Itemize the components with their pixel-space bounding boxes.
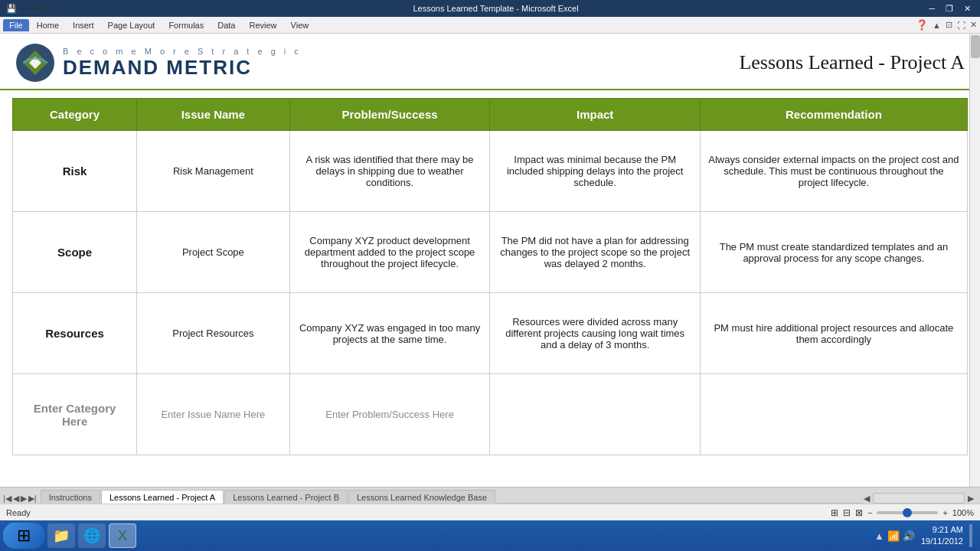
table-row: Risk Risk Management A risk was identifi… [13,131,968,212]
tab-scroll-left[interactable]: ◀ [864,494,870,504]
menu-formulas[interactable]: Formulas [162,19,210,31]
save-icon[interactable]: 💾 [6,4,17,14]
table-row: Enter Category Here Enter Issue Name Her… [13,374,968,455]
tab-first-icon[interactable]: |◀ [3,494,11,504]
zoom-out-icon[interactable]: − [867,508,872,517]
menu-view[interactable]: View [285,19,315,31]
row3-issue[interactable]: Project Resources [137,293,290,374]
ready-status: Ready [6,508,31,517]
col-header-problem: Problem/Success [289,99,490,131]
maximize-button[interactable]: ❐ [942,4,956,14]
table-area: Category Issue Name Problem/Success Impa… [0,90,980,487]
tray-network-icon[interactable]: 📶 [887,530,900,542]
dropdown-icon[interactable]: ▼ [51,4,60,13]
taskbar-ie[interactable]: 🌐 [78,523,106,548]
menu-page-layout[interactable]: Page Layout [102,19,162,31]
row3-category[interactable]: Resources [13,293,137,374]
page-title: Lessons Learned - Project A [739,51,965,74]
taskbar-explorer[interactable]: 📁 [47,523,75,548]
window-title: Lessons Learned Template - Microsoft Exc… [413,4,578,13]
col-header-recommendation: Recommendation [700,99,967,131]
row2-problem[interactable]: Company XYZ product development departme… [289,212,490,293]
col-header-issue: Issue Name [137,99,290,131]
system-tray: ▲ 📶 🔊 [874,530,915,542]
col-header-impact: Impact [490,99,700,131]
zoom-in-icon[interactable]: + [942,508,947,517]
view-layout-icon[interactable]: ⊟ [843,507,851,518]
status-right: ⊞ ⊟ ⊠ − + 100% [831,507,974,518]
view-page-break-icon[interactable]: ⊠ [855,507,863,518]
row2-impact[interactable]: The PM did not have a plan for addressin… [490,212,700,293]
help-icon[interactable]: ❓ [916,19,928,31]
row1-category[interactable]: Risk [13,131,137,212]
tab-knowledge-base[interactable]: Lessons Learned Knowledge Base [348,490,495,504]
menu-review[interactable]: Review [243,19,283,31]
quick-access-toolbar: 💾 ↩ ↪ 🖨 ▼ [6,4,60,14]
start-button[interactable]: ⊞ [3,523,44,549]
print-icon[interactable]: 🖨 [40,4,48,13]
close-ribbon-icon[interactable]: ✕ [970,20,977,30]
clock-time: 9:21 AM [921,524,963,536]
menu-insert[interactable]: Insert [67,19,100,31]
row1-issue[interactable]: Risk Management [137,131,290,212]
tab-next-icon[interactable]: ▶ [21,494,27,504]
tab-scroll-right[interactable]: ▶ [968,494,974,504]
zoom-level[interactable]: 100% [952,508,974,517]
row4-issue[interactable]: Enter Issue Name Here [137,374,290,455]
taskbar: ⊞ 📁 🌐 X ▲ 📶 🔊 9:21 AM 19/11/2012 [0,520,980,551]
status-left: Ready [6,508,31,517]
row3-problem[interactable]: Company XYZ was engaged in too many proj… [289,293,490,374]
row3-impact[interactable]: Resources were divided across many diffe… [490,293,700,374]
tray-volume-icon[interactable]: 🔊 [903,530,915,542]
ribbon-options-icon[interactable]: ⊡ [946,20,952,30]
horizontal-scrollbar[interactable] [873,493,965,504]
minimize-ribbon-icon[interactable]: ▲ [933,21,941,30]
tab-prev-icon[interactable]: ◀ [13,494,19,504]
menu-data[interactable]: Data [211,19,241,31]
taskbar-excel[interactable]: X [109,523,136,548]
window-controls: ─ ❐ ✕ [926,4,974,14]
status-bar: Ready ⊞ ⊟ ⊠ − + 100% [0,504,980,520]
row4-category[interactable]: Enter Category Here [13,374,137,455]
lessons-table: Category Issue Name Problem/Success Impa… [12,98,968,455]
tray-up-icon[interactable]: ▲ [874,530,884,542]
row4-problem[interactable]: Enter Problem/Success Here [289,374,490,455]
row3-recommendation[interactable]: PM must hire additional project resource… [700,293,967,374]
minimize-button[interactable]: ─ [926,4,938,14]
tab-last-icon[interactable]: ▶| [28,494,37,504]
view-normal-icon[interactable]: ⊞ [831,507,838,518]
company-name: Demand Metric [63,56,302,80]
tab-lessons-b[interactable]: Lessons Learned - Project B [224,490,348,504]
scroll-thumb[interactable] [971,35,980,58]
menu-file[interactable]: File [3,19,29,31]
logo-area: B e c o m e M o r e S t r a t e g i c De… [15,43,302,83]
row2-issue[interactable]: Project Scope [137,212,290,293]
menu-home[interactable]: Home [31,19,65,31]
close-button[interactable]: ✕ [961,4,974,14]
sheet-tabs: |◀ ◀ ▶ ▶| Instructions Lessons Learned -… [0,487,980,504]
row4-recommendation[interactable] [700,374,967,455]
table-header-row: Category Issue Name Problem/Success Impa… [13,99,968,131]
row4-impact[interactable] [490,374,700,455]
tab-lessons-a[interactable]: Lessons Learned - Project A [101,490,224,504]
zoom-slider[interactable] [877,511,938,514]
row1-problem[interactable]: A risk was identified that there may be … [289,131,490,212]
clock-date: 19/11/2012 [921,536,963,547]
row2-category[interactable]: Scope [13,212,137,293]
row1-recommendation[interactable]: Always consider external impacts on the … [700,131,967,212]
row2-recommendation[interactable]: The PM must create standardized template… [700,212,967,293]
vertical-scrollbar[interactable] [969,34,980,487]
redo-icon[interactable]: ↪ [30,4,37,14]
table-row: Scope Project Scope Company XYZ product … [13,212,968,293]
taskbar-right: ▲ 📶 🔊 9:21 AM 19/11/2012 [874,524,977,548]
tab-instructions[interactable]: Instructions [41,490,100,504]
undo-icon[interactable]: ↩ [20,4,27,14]
show-desktop-icon[interactable] [969,524,972,547]
taskbar-clock[interactable]: 9:21 AM 19/11/2012 [921,524,963,548]
company-tagline: B e c o m e M o r e S t r a t e g i c [63,47,302,56]
title-bar: 💾 ↩ ↪ 🖨 ▼ Lessons Learned Template - Mic… [0,0,980,17]
tab-navigation: |◀ ◀ ▶ ▶| [3,494,37,504]
row1-impact[interactable]: Impact was minimal because the PM includ… [490,131,700,212]
col-header-category: Category [13,99,137,131]
fullscreen-icon[interactable]: ⛶ [957,21,965,30]
